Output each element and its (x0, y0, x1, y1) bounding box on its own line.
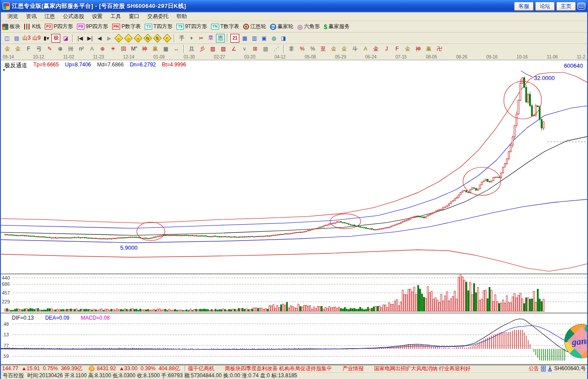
gann-panel-icon[interactable]: 恩 (216, 34, 225, 43)
grid-red-icon[interactable]: ⊞ (250, 45, 260, 53)
remote-pc-icon[interactable]: ◨ (279, 34, 288, 43)
f-ruler-icon[interactable]: F (24, 45, 33, 53)
scroll-left-diamond-icon[interactable]: ← (114, 34, 123, 43)
percent-red-icon[interactable]: % (297, 45, 307, 53)
gold-a-icon[interactable]: 金 (329, 45, 339, 53)
volume-chart[interactable]: 440686457229 (1, 274, 587, 313)
info-list-icon[interactable]: ▤ (12, 34, 21, 43)
percent-gray-icon[interactable]: % (308, 45, 318, 53)
menu-item-窗口[interactable]: 窗口 (125, 13, 143, 20)
save-icon[interactable]: ▣ (259, 34, 268, 43)
box-fan-b-icon[interactable]: ▧ (219, 45, 228, 53)
ying-tool-icon[interactable]: 赢 (150, 45, 160, 53)
n2-ruler-icon[interactable]: n² (77, 45, 86, 53)
web-service-icon[interactable]: ◍ (269, 34, 278, 43)
price-bars-icon[interactable]: 非 (287, 45, 296, 53)
shen-tool-icon[interactable]: 神 (140, 45, 150, 53)
gold-b-icon[interactable]: 金 (340, 45, 349, 53)
indicator-dropdown-icon[interactable]: ▼ (2, 68, 6, 72)
t-square-button[interactable]: T3T四方形 (145, 23, 172, 30)
j-angle-icon[interactable]: J (382, 45, 391, 53)
hand-drag-icon[interactable]: 手 (177, 34, 186, 43)
target-cross-icon[interactable]: ⊕ (98, 45, 107, 53)
wan-angle-icon[interactable]: 卍 (435, 45, 444, 53)
news-item[interactable]: 蕴千亿商机 (188, 365, 214, 372)
kline-style-icon[interactable]: ▮▾ (42, 34, 51, 43)
bar-chart-9-icon[interactable]: 山9 (32, 34, 41, 43)
cut-tool-icon[interactable]: ✂ (197, 34, 205, 43)
grid-gray-icon[interactable]: ▤ (261, 45, 270, 53)
p-square-button[interactable]: P3P四方形 (45, 23, 73, 30)
kline-pane[interactable]: 32.00005.9000600640 极反通道Tp=9.6665Up=8.74… (1, 60, 587, 273)
last-bar-icon[interactable]: ▶| (85, 34, 94, 43)
volume-pane[interactable]: 440686457229 (1, 273, 587, 313)
jifan-channel-icon[interactable]: 极 (51, 34, 60, 43)
menu-item-设置[interactable]: 设置 (88, 13, 106, 20)
customer-service-button[interactable]: 客服 (514, 2, 533, 11)
news-item[interactable]: 两板块四季度盈利改善 机构布局促进持股集中 (225, 365, 332, 372)
t-number-table-button[interactable]: TNT数字表 (211, 23, 239, 30)
zhi-tool-icon[interactable]: 至 (318, 45, 328, 53)
menu-item-工具[interactable]: 工具 (106, 13, 125, 20)
vee-lines-icon[interactable]: ∨ (240, 45, 249, 53)
p-number-table-button[interactable]: PNP数字表 (112, 23, 141, 30)
hatch-lines-icon[interactable]: ⋰ (271, 45, 281, 53)
sector-blocks-button[interactable]: 板块 (2, 23, 20, 30)
hook-ruler-icon[interactable]: 弓 (34, 45, 44, 53)
kline-button[interactable]: K线 (24, 23, 41, 30)
zoom-diamond-icon[interactable]: + (163, 34, 172, 43)
prev-bar-icon[interactable]: ◀ (95, 34, 104, 43)
dipper-tool-icon[interactable]: 斗 (350, 45, 360, 53)
gold-angle-icon[interactable]: 金 (403, 45, 413, 53)
ying-angle-icon[interactable]: 赢 (424, 45, 434, 53)
news-item[interactable]: 国家电网出招扩大风电消纳 行业再迎利好 (374, 365, 471, 372)
box-fan-a-icon[interactable]: ▨ (208, 45, 218, 53)
expand-diamond-icon[interactable]: ↔ (134, 34, 142, 43)
a-ruler-icon[interactable]: A (87, 45, 97, 53)
web-square-icon[interactable]: 回 (119, 45, 128, 53)
homepage-button[interactable]: 主页 (556, 2, 576, 11)
forum-button[interactable]: 论坛 (535, 2, 555, 11)
menu-item-交易委托[interactable]: 交易委托 (143, 13, 172, 20)
sheet-grid-icon[interactable]: ▦ (161, 45, 171, 53)
stamp-tool-icon[interactable]: 章 (206, 34, 215, 43)
menu-item-浏览[interactable]: 浏览 (4, 13, 22, 20)
gold-c-icon[interactable]: 金 (371, 45, 381, 53)
color-bars-icon[interactable]: ◪ (61, 34, 70, 43)
member-panel-icon[interactable]: ◫ (3, 34, 11, 43)
minimize-button[interactable]: — (577, 3, 585, 10)
star-burst-icon[interactable]: ✳ (108, 45, 118, 53)
menu-item-资讯[interactable]: 资讯 (22, 13, 40, 20)
indicator-name[interactable]: 极反通道 (4, 62, 27, 69)
m-marks-icon[interactable]: M″ (129, 45, 139, 53)
shen-angle-icon[interactable]: 神 (413, 45, 423, 53)
f-angle-icon[interactable]: F (392, 45, 402, 53)
scroll-right-diamond-icon[interactable]: → (124, 34, 133, 43)
circle-cross-icon[interactable]: ⊕ (55, 45, 65, 53)
p9-square-button[interactable]: P99P四方形 (77, 23, 108, 30)
first-bar-icon[interactable]: |◀ (76, 34, 84, 43)
macd-pane[interactable]: .48.13.77.59 DIF=0.13DEA=0.09MACD=0.08 g… (1, 313, 587, 364)
news-scroll-spinner[interactable]: ▲▼ (541, 366, 546, 372)
next-bar-icon[interactable]: ▶ (105, 34, 113, 43)
winner-wheel-button[interactable]: Big赢家轮 (270, 23, 293, 30)
gann-wheel-button[interactable]: 江恩轮 (243, 23, 266, 30)
t9-square-button[interactable]: T99T四方形 (176, 23, 207, 30)
crosshair-icon[interactable]: + (187, 34, 196, 43)
calendar-icon[interactable]: 21 (230, 34, 239, 43)
kline-chart[interactable]: 32.00005.9000600640 (1, 60, 587, 273)
winner-service-button[interactable]: $赢家服务 (324, 23, 350, 30)
comb-grid-icon[interactable]: 卌 (66, 45, 76, 53)
frame-line-icon[interactable]: 且 (187, 45, 197, 53)
swap-diamond-icon[interactable]: ⇆ (143, 34, 152, 43)
announcement-link[interactable]: 公告 (529, 365, 539, 372)
gold-ruler-1-icon[interactable]: 金 (3, 45, 12, 53)
hexagon-button[interactable]: ◎六角形 (297, 23, 320, 30)
a-gold-icon[interactable]: A (361, 45, 370, 53)
menu-item-帮助[interactable]: 帮助 (172, 13, 191, 20)
notes-icon[interactable]: ▥ (250, 34, 259, 43)
compass-pen-icon[interactable]: ✎ (45, 45, 55, 53)
menu-item-公式选股[interactable]: 公式选股 (59, 13, 88, 20)
gold-ruler-2-icon[interactable]: 金 (13, 45, 23, 53)
span-arrows-icon[interactable]: ↔ (172, 45, 181, 53)
